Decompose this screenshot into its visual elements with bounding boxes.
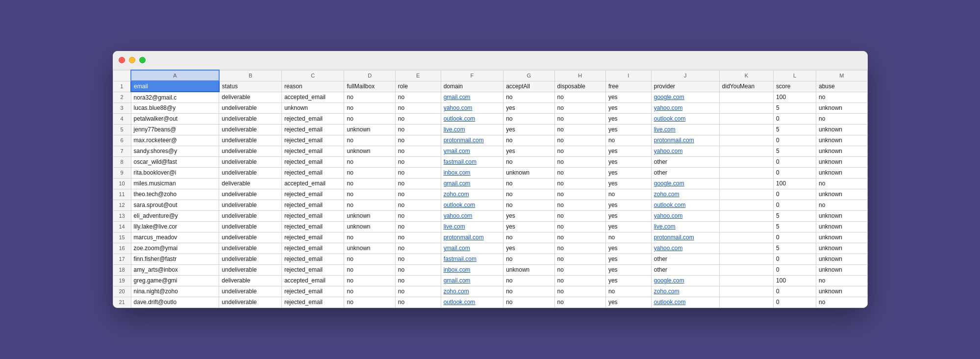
provider-link[interactable]: yahoo.com (654, 148, 683, 154)
data-cell: yes (605, 146, 651, 156)
col-letter-j[interactable]: J (651, 70, 719, 81)
data-cell (719, 275, 773, 286)
corner-cell (113, 70, 131, 81)
data-cell: rejected_email (281, 200, 344, 210)
data-cell: 0 (774, 200, 816, 210)
data-cell: undeliverable (219, 297, 282, 308)
domain-link[interactable]: live.com (444, 223, 465, 230)
provider-link[interactable]: google.com (654, 94, 684, 101)
domain-link[interactable]: inbox.com (444, 266, 471, 273)
data-cell: no (503, 156, 554, 167)
data-cell: rejected_email (281, 210, 344, 221)
domain-link[interactable]: zoho.com (444, 288, 469, 295)
provider-link[interactable]: yahoo.com (654, 104, 683, 111)
col-letter-b[interactable]: B (219, 70, 282, 81)
data-cell: yes (605, 243, 651, 254)
data-cell: 5 (774, 221, 816, 232)
data-cell: 0 (774, 254, 816, 264)
data-cell: undeliverable (219, 103, 282, 113)
data-cell: oscar_wild@fast (131, 156, 219, 167)
data-cell: undeliverable (219, 254, 282, 264)
provider-link[interactable]: outlook.com (654, 202, 686, 208)
col-letter-f[interactable]: F (441, 70, 503, 81)
data-cell: no (554, 113, 605, 124)
provider-link[interactable]: protonmail.com (654, 137, 694, 144)
domain-link[interactable]: outlook.com (444, 202, 476, 208)
domain-link[interactable]: fastmail.com (444, 158, 477, 165)
data-cell: rejected_email (281, 232, 344, 243)
domain-link[interactable]: gmail.com (444, 180, 471, 187)
data-cell: no (344, 200, 395, 210)
domain-link[interactable]: gmail.com (444, 277, 471, 284)
provider-link[interactable]: live.com (654, 223, 676, 230)
data-cell: no (395, 113, 441, 124)
data-cell: no (395, 103, 441, 113)
provider-link[interactable]: protonmail.com (654, 234, 694, 241)
provider-cell: other (651, 254, 719, 264)
col-letter-h[interactable]: H (554, 70, 605, 81)
table-row: 11theo.tech@zohoundeliverablerejected_em… (113, 189, 867, 200)
provider-link[interactable]: live.com (654, 126, 676, 133)
col-letter-g[interactable]: G (503, 70, 554, 81)
header-cell-abuse: abuse (816, 81, 868, 92)
data-cell: no (554, 275, 605, 286)
col-letter-l[interactable]: L (774, 70, 816, 81)
close-button[interactable] (119, 57, 125, 63)
domain-link[interactable]: yahoo.com (444, 104, 473, 111)
data-cell: unknown (816, 232, 868, 243)
data-cell (719, 135, 773, 146)
data-cell (719, 286, 773, 297)
header-cell-disposable: disposable (554, 81, 605, 92)
domain-link[interactable]: fastmail.com (444, 256, 477, 262)
domain-link[interactable]: zoho.com (444, 191, 469, 198)
header-cell-free: free (605, 81, 651, 92)
data-cell: no (503, 254, 554, 264)
provider-link[interactable]: yahoo.com (654, 212, 683, 219)
domain-link[interactable]: protonmail.com (444, 234, 484, 241)
domain-link[interactable]: inbox.com (444, 169, 471, 176)
provider-link[interactable]: zoho.com (654, 191, 679, 198)
data-cell: 0 (774, 167, 816, 178)
col-letter-k[interactable]: K (719, 70, 773, 81)
data-cell: no (554, 146, 605, 156)
domain-link[interactable]: gmail.com (444, 94, 471, 101)
data-cell: no (554, 210, 605, 221)
table-row: 16zoe.zoom@ymaiundeliverablerejected_ema… (113, 243, 867, 254)
header-cell-provider: provider (651, 81, 719, 92)
data-cell: no (344, 167, 395, 178)
domain-link[interactable]: ymail.com (444, 245, 470, 252)
col-letter-m[interactable]: M (816, 70, 868, 81)
data-cell: no (554, 124, 605, 135)
provider-link[interactable]: zoho.com (654, 288, 679, 295)
col-letter-d[interactable]: D (344, 70, 395, 81)
provider-link[interactable]: google.com (654, 180, 684, 187)
col-letter-c[interactable]: C (281, 70, 344, 81)
provider-link[interactable]: yahoo.com (654, 245, 683, 252)
data-cell: unknown (816, 189, 868, 200)
data-cell: rita.booklover@i (131, 167, 219, 178)
data-cell: no (503, 178, 554, 189)
data-cell: no (344, 254, 395, 264)
data-cell: unknown (281, 103, 344, 113)
data-cell: no (554, 189, 605, 200)
provider-link[interactable]: google.com (654, 277, 684, 284)
data-cell: no (554, 264, 605, 275)
col-letter-e[interactable]: E (395, 70, 441, 81)
provider-link[interactable]: outlook.com (654, 299, 686, 306)
data-cell: no (395, 254, 441, 264)
domain-link[interactable]: live.com (444, 126, 465, 133)
domain-link[interactable]: outlook.com (444, 115, 476, 122)
domain-link[interactable]: protonmail.com (444, 137, 484, 144)
table-row: 7sandy.shores@yundeliverablerejected_ema… (113, 146, 867, 156)
row-number: 16 (113, 243, 131, 254)
col-letter-a[interactable]: A (131, 70, 219, 81)
domain-link[interactable]: yahoo.com (444, 212, 473, 219)
data-cell: 5 (774, 124, 816, 135)
minimize-button[interactable] (129, 57, 135, 63)
data-cell: no (605, 135, 651, 146)
domain-link[interactable]: outlook.com (444, 299, 476, 306)
provider-link[interactable]: outlook.com (654, 115, 686, 122)
domain-link[interactable]: ymail.com (444, 148, 470, 154)
maximize-button[interactable] (139, 57, 146, 63)
col-letter-i[interactable]: I (605, 70, 651, 81)
